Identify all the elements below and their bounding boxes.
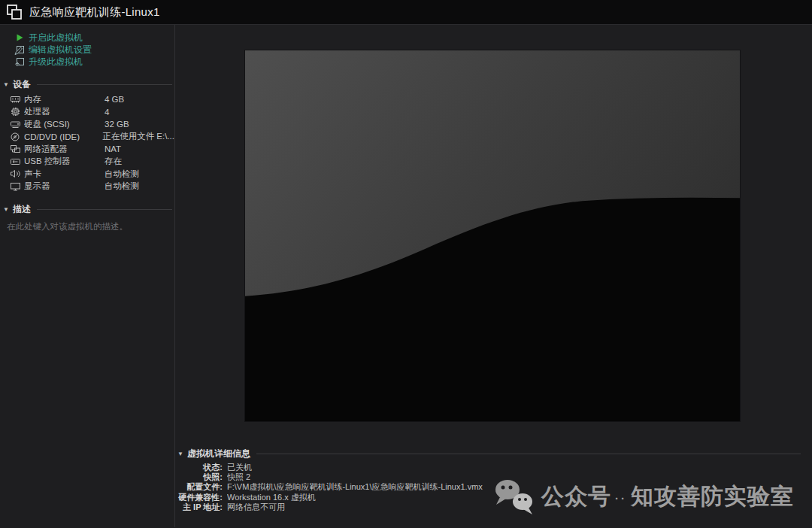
- description-placeholder[interactable]: 在此处键入对该虚拟机的描述。: [7, 221, 167, 232]
- vm-screen-preview[interactable]: [244, 50, 741, 422]
- device-list: 内存 4 GB 处理器 4 硬盘 (SCSI) 32 GB CD/DVD (ID…: [0, 93, 174, 193]
- processor-icon: [10, 108, 22, 117]
- watermark-prefix: 公众号: [541, 481, 611, 512]
- section-divider: [37, 209, 172, 210]
- vm-summary-main: ▼ 虚拟机详细信息 状态: 已关机 快照: 快照 2 配置文件: F:\VM虚拟…: [175, 25, 812, 527]
- device-value: 32 GB: [105, 120, 129, 129]
- edit-settings-icon: [14, 45, 26, 55]
- network-adapter-icon: [10, 144, 22, 153]
- devices-section-header[interactable]: ▼ 设备: [0, 78, 174, 91]
- device-row[interactable]: USB 控制器 存在: [0, 156, 174, 168]
- harddisk-icon: [10, 120, 22, 129]
- device-name: 处理器: [24, 106, 105, 117]
- detail-label: 配置文件:: [177, 482, 223, 492]
- usb-icon: [10, 157, 22, 166]
- device-row[interactable]: 内存 4 GB: [0, 93, 174, 106]
- device-row[interactable]: 显示器 自动检测: [0, 181, 174, 193]
- memory-icon: [10, 95, 22, 104]
- action-link[interactable]: 升级此虚拟机: [14, 56, 174, 68]
- device-name: 声卡: [24, 168, 105, 180]
- action-link[interactable]: 开启此虚拟机: [14, 32, 174, 44]
- detail-label: 主 IP 地址:: [177, 502, 223, 512]
- device-value: 存在: [105, 156, 122, 167]
- detail-label: 状态:: [177, 463, 223, 472]
- device-row[interactable]: 处理器 4: [0, 106, 174, 119]
- collapse-arrow-icon: ▼: [177, 451, 183, 457]
- device-row[interactable]: 硬盘 (SCSI) 32 GB: [0, 118, 174, 131]
- device-row[interactable]: 网络适配器 NAT: [0, 143, 174, 156]
- vm-screen-wallpaper-curve: [245, 50, 740, 421]
- vm-tab-title[interactable]: 应急响应靶机训练-Linux1: [29, 5, 160, 20]
- detail-label: 硬件兼容性:: [177, 493, 223, 502]
- device-name: CD/DVD (IDE): [24, 132, 102, 141]
- devices-section-title: 设备: [13, 78, 31, 91]
- device-name: 网络适配器: [24, 144, 105, 155]
- device-name: 硬盘 (SCSI): [24, 119, 105, 130]
- action-link[interactable]: 编辑虚拟机设置: [14, 44, 174, 56]
- display-icon: [10, 182, 22, 191]
- device-row[interactable]: 声卡 自动检测: [0, 168, 174, 181]
- collapse-arrow-icon: ▼: [3, 82, 9, 88]
- device-value: 正在使用文件 E:\...: [102, 131, 174, 142]
- section-divider: [256, 454, 801, 454]
- device-value: 4: [105, 108, 109, 117]
- vm-details-title: 虚拟机详细信息: [187, 448, 250, 460]
- vm-summary-sidebar: 开启此虚拟机 编辑虚拟机设置 升级此虚拟机 ▼ 设备 内存 4 GB 处理器 4…: [0, 25, 175, 527]
- section-divider: [37, 84, 172, 85]
- vm-details-header[interactable]: ▼ 虚拟机详细信息: [177, 448, 803, 460]
- detail-label: 快照:: [177, 472, 223, 482]
- vm-tab-bar: 应急响应靶机训练-Linux1: [0, 0, 812, 25]
- vm-action-links: 开启此虚拟机 编辑虚拟机设置 升级此虚拟机: [14, 32, 174, 68]
- play-icon: [14, 33, 26, 43]
- vm-tab-icon: [6, 4, 23, 20]
- device-name: USB 控制器: [24, 156, 105, 167]
- device-row[interactable]: CD/DVD (IDE) 正在使用文件 E:\...: [0, 131, 174, 144]
- sound-card-icon: [10, 169, 22, 178]
- description-section-header[interactable]: ▼ 描述: [0, 203, 174, 216]
- watermark-dots: ··: [615, 489, 627, 505]
- wechat-logo-icon: [492, 477, 538, 516]
- detail-value: 已关机: [227, 463, 803, 472]
- device-name: 内存: [24, 94, 105, 105]
- cd-dvd-icon: [10, 132, 22, 141]
- collapse-arrow-icon: ▼: [3, 207, 9, 213]
- device-value: 自动检测: [105, 168, 139, 180]
- upgrade-icon: [14, 57, 26, 67]
- device-value: 4 GB: [105, 95, 124, 104]
- description-section-title: 描述: [13, 203, 31, 216]
- device-value: NAT: [105, 144, 121, 153]
- watermark: 公众号 ·· 知攻善防实验室: [492, 477, 794, 516]
- vm-summary-page: 开启此虚拟机 编辑虚拟机设置 升级此虚拟机 ▼ 设备 内存 4 GB 处理器 4…: [0, 25, 812, 527]
- device-value: 自动检测: [105, 181, 139, 192]
- device-name: 显示器: [24, 181, 105, 192]
- watermark-name: 知攻善防实验室: [631, 481, 794, 512]
